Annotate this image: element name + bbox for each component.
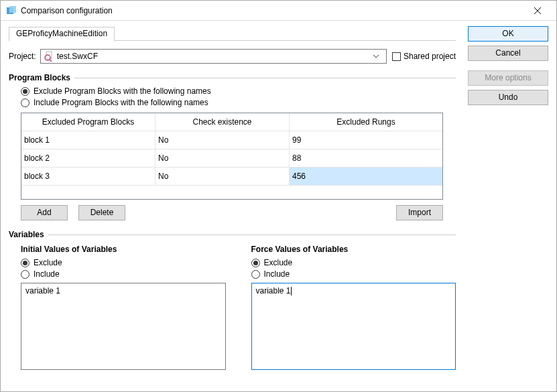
table-row[interactable]: block 2 No 88 bbox=[21, 149, 442, 168]
initial-values-column: Initial Values of Variables Exclude Incl… bbox=[9, 243, 226, 370]
undo-button[interactable]: Undo bbox=[468, 90, 548, 105]
variables-panel: Initial Values of Variables Exclude Incl… bbox=[9, 243, 456, 370]
table-row-empty bbox=[21, 186, 442, 199]
blocks-table: Excluded Program Blocks Check existence … bbox=[21, 113, 443, 200]
button-sidebar: OK Cancel More options Undo bbox=[464, 21, 556, 391]
radio-icon bbox=[21, 87, 29, 96]
radio-icon bbox=[251, 259, 260, 267]
titlebar: Comparison configuration bbox=[1, 1, 556, 21]
radio-force-exclude[interactable]: Exclude bbox=[251, 258, 456, 267]
initial-values-header: Initial Values of Variables bbox=[21, 245, 226, 254]
shared-project-checkbox[interactable]: Shared project bbox=[392, 52, 456, 61]
radio-icon bbox=[251, 270, 260, 279]
table-row[interactable]: block 3 No 456 bbox=[21, 168, 442, 186]
svg-rect-1 bbox=[9, 6, 16, 13]
table-button-row: Add Delete Import bbox=[21, 205, 443, 220]
import-button[interactable]: Import bbox=[396, 205, 443, 220]
tab-bar: GEProficyMachineEdition bbox=[9, 26, 456, 41]
svg-line-6 bbox=[50, 60, 52, 62]
window-title: Comparison configuration bbox=[21, 6, 524, 15]
radio-initial-exclude[interactable]: Exclude bbox=[21, 258, 226, 267]
col-check-existence[interactable]: Check existence bbox=[156, 113, 290, 131]
project-row: Project: test.SwxCF Shared project bbox=[9, 49, 456, 64]
project-select[interactable]: test.SwxCF bbox=[40, 49, 387, 64]
radio-icon bbox=[21, 99, 29, 107]
radio-exclude-blocks[interactable]: Exclude Program Blocks with the followin… bbox=[21, 86, 456, 96]
radio-icon bbox=[21, 270, 29, 279]
col-excluded-rungs[interactable]: Excluded Rungs bbox=[290, 113, 442, 131]
radio-initial-include[interactable]: Include bbox=[21, 269, 226, 279]
initial-values-textarea[interactable]: variable 1 bbox=[21, 283, 226, 370]
variables-header: Variables bbox=[9, 230, 456, 239]
programblocks-header: Program Blocks bbox=[9, 73, 456, 82]
more-options-button: More options bbox=[468, 70, 548, 86]
close-icon[interactable] bbox=[524, 7, 551, 15]
project-label: Project: bbox=[9, 52, 36, 61]
shared-project-label: Shared project bbox=[404, 52, 456, 61]
table-row[interactable]: block 1 No 99 bbox=[21, 131, 442, 149]
add-button[interactable]: Add bbox=[21, 205, 68, 220]
selected-cell[interactable]: 456 bbox=[290, 168, 442, 186]
dialog-window: Comparison configuration GEProficyMachin… bbox=[0, 0, 557, 392]
force-values-header: Force Values of Variables bbox=[251, 245, 456, 254]
radio-icon bbox=[21, 259, 29, 267]
force-values-textarea[interactable]: variable 1 bbox=[251, 283, 456, 370]
ok-button[interactable]: OK bbox=[468, 26, 548, 42]
delete-button[interactable]: Delete bbox=[78, 205, 125, 220]
table-header: Excluded Program Blocks Check existence … bbox=[21, 113, 442, 131]
tab-geproficy[interactable]: GEProficyMachineEdition bbox=[9, 27, 115, 42]
col-excluded-blocks[interactable]: Excluded Program Blocks bbox=[21, 113, 156, 131]
radio-force-include[interactable]: Include bbox=[251, 269, 456, 279]
force-values-column: Force Values of Variables Exclude Includ… bbox=[239, 243, 456, 370]
text-cursor bbox=[291, 287, 292, 296]
project-value: test.SwxCF bbox=[57, 52, 373, 61]
cancel-button[interactable]: Cancel bbox=[468, 46, 548, 61]
radio-include-blocks[interactable]: Include Program Blocks with the followin… bbox=[21, 98, 456, 107]
checkbox-icon bbox=[392, 52, 401, 61]
project-file-icon bbox=[44, 51, 54, 62]
app-icon bbox=[6, 5, 17, 16]
main-panel: GEProficyMachineEdition Project: test.Sw… bbox=[1, 21, 464, 391]
chevron-down-icon[interactable] bbox=[373, 54, 383, 58]
